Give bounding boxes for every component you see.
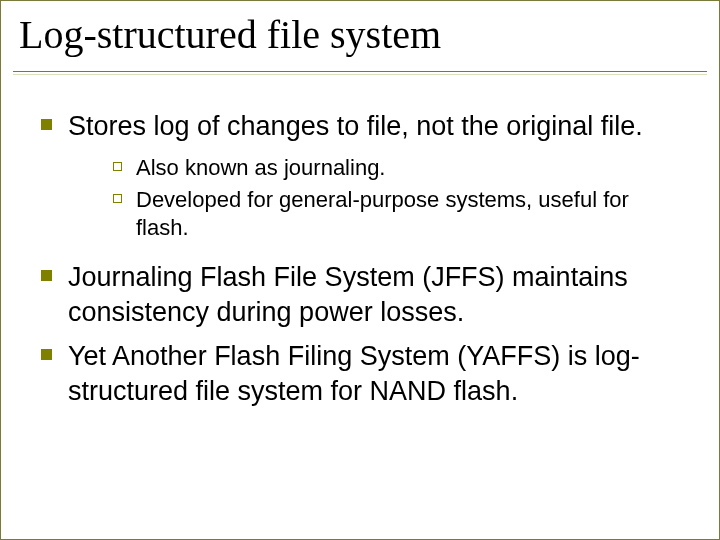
title-underline: [13, 68, 707, 72]
square-bullet-icon: [41, 270, 52, 281]
list-item: Stores log of changes to file, not the o…: [41, 109, 679, 144]
list-item-text: Yet Another Flash Filing System (YAFFS) …: [68, 339, 679, 408]
square-bullet-icon: [41, 119, 52, 130]
content-area: Stores log of changes to file, not the o…: [1, 75, 719, 408]
open-square-bullet-icon: [113, 162, 122, 171]
list-item: Journaling Flash File System (JFFS) main…: [41, 260, 679, 329]
sub-list: Also known as journaling. Developed for …: [113, 154, 679, 242]
sub-list-item: Developed for general-purpose systems, u…: [113, 186, 679, 242]
open-square-bullet-icon: [113, 194, 122, 203]
list-item-text: Journaling Flash File System (JFFS) main…: [68, 260, 679, 329]
list-item: Yet Another Flash Filing System (YAFFS) …: [41, 339, 679, 408]
sub-list-item: Also known as journaling.: [113, 154, 679, 182]
list-item-text: Stores log of changes to file, not the o…: [68, 109, 643, 144]
slide-title: Log-structured file system: [19, 11, 701, 58]
sub-list-item-text: Also known as journaling.: [136, 154, 385, 182]
square-bullet-icon: [41, 349, 52, 360]
sub-list-item-text: Developed for general-purpose systems, u…: [136, 186, 679, 242]
